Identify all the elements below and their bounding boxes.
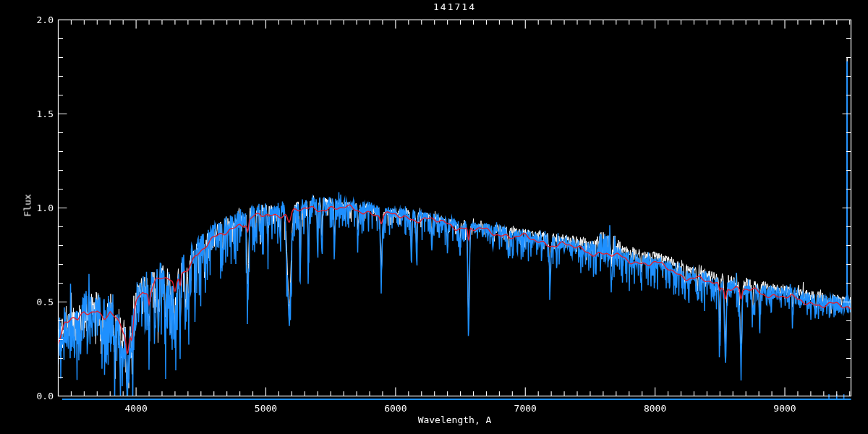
plot-title: 141714 [58, 1, 851, 12]
y-tick-label: 0.0 [0, 391, 54, 401]
y-tick-label: 0.5 [0, 297, 54, 307]
y-tick-label: 2.0 [0, 14, 54, 25]
x-tick-label: 8000 [630, 403, 681, 414]
y-tick-label: 1.0 [0, 203, 54, 213]
x-axis-label: Wavelength, A [58, 414, 851, 425]
x-tick-label: 7000 [500, 403, 550, 414]
spectrum-plot-window: 141714 Wavelength, A Flux 2.01.51.00.50.… [0, 0, 868, 434]
x-tick-label: 9000 [760, 403, 810, 414]
y-tick-label: 1.5 [0, 109, 54, 119]
x-tick-label: 6000 [370, 403, 421, 414]
x-tick-label: 4000 [111, 403, 161, 414]
x-tick-label: 5000 [241, 403, 292, 414]
spectrum-plot-canvas [0, 0, 868, 434]
